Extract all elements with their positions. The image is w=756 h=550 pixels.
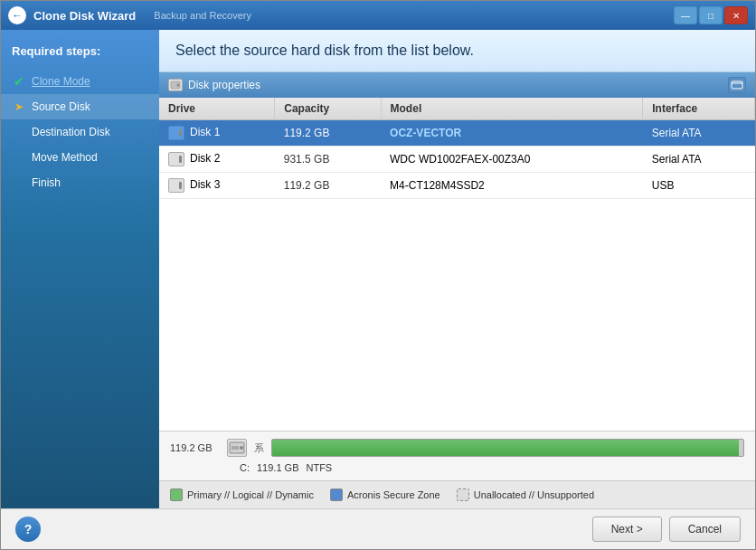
disk-size-label: 119.2 GB: [170, 442, 220, 453]
legend-color-primary: [170, 488, 183, 501]
sidebar-label-finish: Finish: [32, 176, 61, 189]
window-subtitle: Backup and Recovery: [154, 10, 251, 21]
maximize-button[interactable]: □: [699, 6, 723, 24]
sidebar-label-move-method: Move Method: [32, 151, 98, 164]
disk-info-row: C: 119.1 GB NTFS: [240, 462, 744, 473]
disk-viz-container: 119.2 GB 系 C: 119.1 GB: [159, 431, 755, 480]
disk-row-icon: [168, 178, 184, 193]
footer-right: Next > Cancel: [592, 517, 741, 542]
disk-properties-left: Disk properties: [168, 79, 260, 91]
disk-row-icon: [168, 152, 184, 166]
footer-left: ?: [15, 517, 41, 542]
disk-table-body: Disk 1119.2 GBOCZ-VECTORSerial ATADisk 2…: [159, 120, 755, 199]
right-panel: Select the source hard disk from the lis…: [159, 30, 755, 508]
minimize-button[interactable]: —: [674, 6, 697, 24]
legend-label-primary: Primary // Logical // Dynamic: [187, 489, 314, 500]
cell-model: M4-CT128M4SSD2: [381, 173, 643, 199]
properties-icon[interactable]: [728, 77, 746, 93]
arrow-icon: ➤: [12, 100, 26, 114]
close-button[interactable]: ✕: [724, 6, 748, 24]
col-drive: Drive: [159, 98, 275, 120]
sidebar-header: Required steps:: [1, 44, 159, 69]
col-interface: Interface: [643, 98, 755, 120]
cell-drive: Disk 2: [159, 147, 275, 173]
sidebar-item-finish: Finish: [1, 170, 159, 195]
legend-item-unallocated: Unallocated // Unsupported: [457, 488, 594, 501]
partition-fs: NTFS: [306, 462, 332, 473]
cell-drive: Disk 1: [159, 120, 275, 147]
window-controls: — □ ✕: [674, 6, 748, 24]
empty-icon-dest: [12, 125, 26, 139]
titlebar: ← Clone Disk Wizard Backup and Recovery …: [1, 1, 755, 30]
sidebar-label-destination-disk: Destination Disk: [32, 126, 110, 138]
main-content: Required steps: ✔ Clone Mode ➤ Source Di…: [1, 30, 755, 508]
sidebar-label-source-disk: Source Disk: [32, 100, 90, 113]
sidebar-item-source-disk: ➤ Source Disk: [1, 94, 159, 119]
legend-item-primary: Primary // Logical // Dynamic: [170, 488, 314, 501]
sidebar-label-clone-mode: Clone Mode: [32, 75, 90, 88]
cell-interface: Serial ATA: [643, 120, 755, 147]
disk-properties-label: Disk properties: [188, 79, 260, 91]
app-icon: ←: [8, 6, 26, 24]
disk-row-icon: [168, 126, 184, 140]
disk-viz-icon: [227, 439, 247, 457]
footer: ? Next > Cancel: [1, 508, 755, 549]
svg-point-1: [177, 84, 180, 87]
empty-icon-finish: [12, 175, 26, 190]
partition-letter: C:: [240, 462, 250, 473]
legend-bar: Primary // Logical // Dynamic Acronis Se…: [159, 480, 755, 508]
disk-table: Drive Capacity Model Interface Disk 1119…: [159, 98, 755, 199]
drive-name: Disk 3: [190, 178, 220, 191]
legend-label-acronis: Acronis Secure Zone: [347, 489, 440, 500]
sidebar-item-destination-disk: Destination Disk: [1, 119, 159, 145]
legend-color-acronis: [330, 488, 343, 501]
cell-interface: Serial ATA: [643, 147, 755, 173]
sidebar-item-clone-mode[interactable]: ✔ Clone Mode: [1, 69, 159, 94]
drive-name: Disk 2: [190, 152, 220, 165]
sidebar: Required steps: ✔ Clone Mode ➤ Source Di…: [1, 30, 159, 508]
check-icon: ✔: [12, 74, 26, 89]
cell-capacity: 931.5 GB: [275, 147, 381, 173]
cell-capacity: 119.2 GB: [275, 120, 381, 147]
disk-properties-bar: Disk properties: [159, 72, 755, 98]
svg-point-5: [240, 446, 243, 450]
empty-icon-move: [12, 150, 26, 165]
drive-name: Disk 1: [190, 126, 220, 138]
partition-bar-fill: [272, 440, 739, 456]
legend-item-acronis: Acronis Secure Zone: [330, 488, 440, 501]
legend-label-unallocated: Unallocated // Unsupported: [474, 489, 594, 500]
legend-color-unallocated: [457, 488, 469, 501]
svg-rect-2: [732, 81, 742, 89]
svg-rect-6: [232, 446, 239, 450]
window-title: Clone Disk Wizard: [33, 9, 136, 23]
disk-small-icon: [168, 79, 183, 91]
disk-partition-symbol: 系: [254, 441, 264, 455]
cell-drive: Disk 3: [159, 173, 275, 199]
col-capacity: Capacity: [275, 98, 381, 120]
cell-interface: USB: [643, 173, 755, 199]
table-row[interactable]: Disk 2931.5 GBWDC WD1002FAEX-00Z3A0Seria…: [159, 147, 755, 173]
panel-title: Select the source hard disk from the lis…: [175, 43, 739, 59]
partition-bar-wrapper: [271, 439, 744, 457]
cell-model: WDC WD1002FAEX-00Z3A0: [381, 147, 643, 173]
cell-model: OCZ-VECTOR: [381, 120, 643, 147]
partition-size: 119.1 GB: [257, 462, 298, 473]
next-button[interactable]: Next >: [592, 517, 662, 542]
col-model: Model: [381, 98, 643, 120]
cell-capacity: 119.2 GB: [275, 173, 381, 199]
sidebar-item-move-method: Move Method: [1, 145, 159, 170]
titlebar-left: ← Clone Disk Wizard Backup and Recovery: [8, 6, 251, 24]
disk-viz-header: 119.2 GB 系: [170, 439, 744, 457]
table-row[interactable]: Disk 3119.2 GBM4-CT128M4SSD2USB: [159, 173, 755, 199]
table-row[interactable]: Disk 1119.2 GBOCZ-VECTORSerial ATA: [159, 120, 755, 147]
help-icon[interactable]: ?: [15, 517, 41, 542]
cancel-button[interactable]: Cancel: [669, 517, 741, 542]
disk-table-container: Drive Capacity Model Interface Disk 1119…: [159, 98, 755, 431]
panel-header: Select the source hard disk from the lis…: [159, 30, 755, 72]
table-header-row: Drive Capacity Model Interface: [159, 98, 755, 120]
main-window: ← Clone Disk Wizard Backup and Recovery …: [0, 0, 756, 550]
